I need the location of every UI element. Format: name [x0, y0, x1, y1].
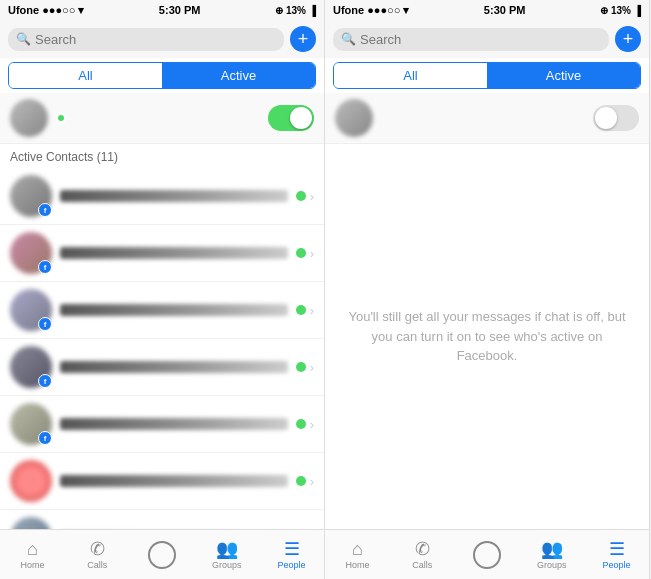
online-dot-2 [296, 248, 306, 258]
home-icon-right: ⌂ [352, 540, 363, 558]
online-dot-1 [296, 191, 306, 201]
status-right-left: ⊕ 13% ▐ [275, 5, 316, 16]
bottom-nav-left: ⌂ Home ✆ Calls 👥 Groups ☰ People [0, 529, 324, 579]
active-toggle-right[interactable] [593, 105, 639, 131]
groups-icon-right: 👥 [541, 540, 563, 558]
chevron-1: › [310, 189, 314, 204]
people-icon-left: ☰ [284, 540, 300, 558]
online-dot-4 [296, 362, 306, 372]
nav-home-left[interactable]: ⌂ Home [0, 540, 65, 570]
left-panel: Ufone ●●●○○ ▾ 5:30 PM ⊕ 13% ▐ 🔍 + All Ac… [0, 0, 325, 579]
status-bar-right: Ufone ●●●○○ ▾ 5:30 PM ⊕ 13% ▐ [325, 0, 649, 20]
nav-people-right[interactable]: ☰ People [584, 540, 649, 570]
carrier-right: Ufone [333, 4, 364, 16]
user-avatar-right [335, 99, 373, 137]
nav-groups-label-right: Groups [537, 560, 567, 570]
nav-camera-left[interactable] [130, 541, 195, 569]
chevron-2: › [310, 246, 314, 261]
nav-groups-right[interactable]: 👥 Groups [519, 540, 584, 570]
right-panel: Ufone ●●●○○ ▾ 5:30 PM ⊕ 13% ▐ 🔍 + All Ac… [325, 0, 650, 579]
add-button-left[interactable]: + [290, 26, 316, 52]
time-right: 5:30 PM [484, 4, 526, 16]
contact-name-4 [60, 361, 288, 373]
info-text: You'll still get all your messages if ch… [345, 307, 629, 366]
avatar-wrap-7 [10, 517, 52, 529]
search-icon-right: 🔍 [341, 32, 356, 46]
avatar-7 [10, 517, 52, 529]
bottom-nav-right: ⌂ Home ✆ Calls 👥 Groups ☰ People [325, 529, 649, 579]
tab-active-right[interactable]: Active [487, 63, 640, 88]
avatar-wrap-6 [10, 460, 52, 502]
tab-all-right[interactable]: All [334, 63, 487, 88]
contact-name-2 [60, 247, 288, 259]
nav-home-right[interactable]: ⌂ Home [325, 540, 390, 570]
calls-icon-right: ✆ [415, 540, 430, 558]
avatar-wrap-4: f [10, 346, 52, 388]
battery-bar: ▐ [309, 5, 316, 16]
fb-badge-3: f [38, 317, 52, 331]
contact-name-5 [60, 418, 288, 430]
list-item[interactable]: › [0, 453, 324, 510]
tab-active-left[interactable]: Active [162, 63, 315, 88]
status-right-right: ⊕ 13% ▐ [600, 5, 641, 16]
nav-people-label-right: People [603, 560, 631, 570]
nav-home-label-right: Home [345, 560, 369, 570]
nav-groups-label-left: Groups [212, 560, 242, 570]
chevron-5: › [310, 417, 314, 432]
list-item[interactable]: f › [0, 396, 324, 453]
online-dot-toggle [56, 113, 66, 123]
signal-right: ●●●○○ [367, 4, 400, 16]
search-bar-right: 🔍 + [325, 20, 649, 58]
battery-pct-left: 13% [286, 5, 306, 16]
user-avatar-left [10, 99, 48, 137]
nav-groups-left[interactable]: 👥 Groups [194, 540, 259, 570]
fb-badge-4: f [38, 374, 52, 388]
list-item[interactable]: › [0, 510, 324, 529]
active-toggle-row-right [325, 93, 649, 144]
search-input-left[interactable] [35, 32, 276, 47]
list-item[interactable]: f › [0, 168, 324, 225]
section-header: Active Contacts (11) [0, 144, 324, 168]
nav-calls-label-right: Calls [412, 560, 432, 570]
time-left: 5:30 PM [159, 4, 201, 16]
calls-icon-left: ✆ [90, 540, 105, 558]
status-left-right: Ufone ●●●○○ ▾ [333, 4, 409, 17]
fb-badge-1: f [38, 203, 52, 217]
contact-right-1: › [296, 189, 314, 204]
search-input-right[interactable] [360, 32, 601, 47]
search-wrap-left[interactable]: 🔍 [8, 28, 284, 51]
toggle-knob [290, 107, 312, 129]
tab-all-left[interactable]: All [9, 63, 162, 88]
nav-people-left[interactable]: ☰ People [259, 540, 324, 570]
avatar-wrap-2: f [10, 232, 52, 274]
nav-calls-right[interactable]: ✆ Calls [390, 540, 455, 570]
tabs-right: All Active [333, 62, 641, 89]
nav-camera-right[interactable] [455, 541, 520, 569]
info-message: You'll still get all your messages if ch… [325, 144, 649, 529]
chevron-3: › [310, 303, 314, 318]
wifi-icon-right: ▾ [403, 4, 409, 17]
home-icon-left: ⌂ [27, 540, 38, 558]
search-wrap-right[interactable]: 🔍 [333, 28, 609, 51]
contact-right-5: › [296, 417, 314, 432]
contact-right-3: › [296, 303, 314, 318]
status-left: Ufone ●●●○○ ▾ [8, 4, 84, 17]
nav-calls-label-left: Calls [87, 560, 107, 570]
battery-pct-right: 13% [611, 5, 631, 16]
search-icon-left: 🔍 [16, 32, 31, 46]
list-item[interactable]: f › [0, 225, 324, 282]
toggle-knob-right [595, 107, 617, 129]
list-item[interactable]: f › [0, 339, 324, 396]
add-button-right[interactable]: + [615, 26, 641, 52]
signal-left: ●●●○○ [42, 4, 75, 16]
contact-name-3 [60, 304, 288, 316]
chevron-4: › [310, 360, 314, 375]
active-toggle-row [0, 93, 324, 144]
avatar-wrap-1: f [10, 175, 52, 217]
list-item[interactable]: f › [0, 282, 324, 339]
groups-icon-left: 👥 [216, 540, 238, 558]
contact-right-6: › [296, 474, 314, 489]
fb-badge-5: f [38, 431, 52, 445]
nav-calls-left[interactable]: ✆ Calls [65, 540, 130, 570]
active-toggle[interactable] [268, 105, 314, 131]
